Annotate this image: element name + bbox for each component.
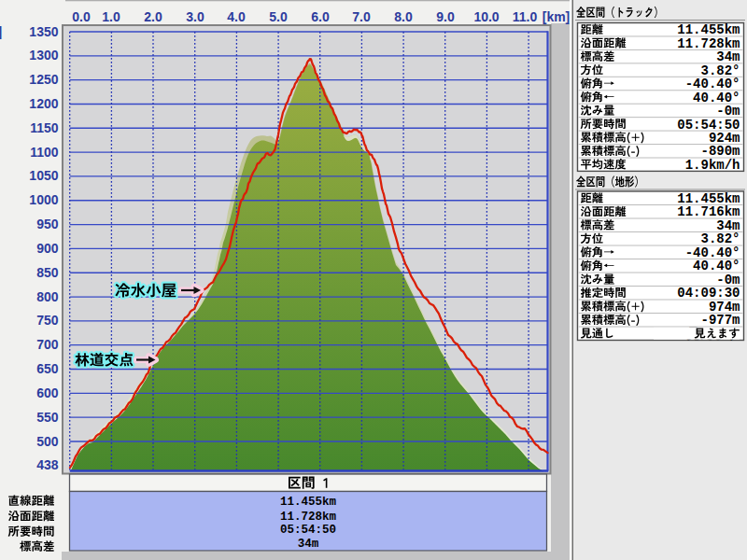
svg-text:1250: 1250 — [29, 72, 58, 87]
svg-text:1000: 1000 — [29, 192, 58, 207]
svg-text:1200: 1200 — [29, 96, 58, 111]
svg-text:9.0: 9.0 — [436, 9, 455, 24]
svg-text:1100: 1100 — [30, 145, 59, 160]
svg-text:600: 600 — [36, 385, 59, 400]
svg-text:11.455km: 11.455km — [280, 496, 337, 509]
svg-text:1.0: 1.0 — [102, 9, 120, 24]
svg-text:650: 650 — [36, 361, 59, 376]
svg-text:[km]: [km] — [543, 9, 571, 24]
svg-text:8.0: 8.0 — [394, 9, 413, 24]
svg-text:1300: 1300 — [29, 48, 58, 63]
svg-text:7.0: 7.0 — [352, 9, 371, 24]
svg-text:850: 850 — [36, 265, 59, 280]
svg-text:1150: 1150 — [30, 120, 59, 135]
svg-text:550: 550 — [36, 410, 59, 425]
svg-text:1350: 1350 — [29, 24, 58, 39]
svg-text:34m: 34m — [716, 218, 740, 233]
svg-text:4.0: 4.0 — [227, 9, 246, 24]
svg-text:800: 800 — [36, 289, 59, 304]
svg-text:1.9km/h: 1.9km/h — [685, 158, 740, 173]
svg-text:2.0: 2.0 — [144, 9, 162, 24]
svg-text:950: 950 — [36, 217, 59, 231]
svg-text:700: 700 — [36, 337, 59, 352]
svg-text:10.0: 10.0 — [473, 9, 499, 24]
svg-text:5.0: 5.0 — [269, 9, 288, 24]
svg-text:05:54:50: 05:54:50 — [280, 524, 336, 537]
svg-text:11.728km: 11.728km — [280, 511, 337, 524]
svg-text:3.0: 3.0 — [186, 9, 204, 24]
svg-text:900: 900 — [36, 241, 59, 256]
svg-text:11.0: 11.0 — [513, 9, 538, 24]
svg-text:500: 500 — [36, 434, 59, 449]
svg-text:1050: 1050 — [29, 168, 58, 183]
svg-text:0.0: 0.0 — [72, 9, 91, 24]
svg-text:438: 438 — [36, 457, 59, 472]
svg-text:750: 750 — [36, 313, 59, 328]
svg-text:34m: 34m — [298, 538, 319, 551]
svg-text:6.0: 6.0 — [311, 9, 330, 24]
svg-text:]: ] — [0, 24, 2, 39]
